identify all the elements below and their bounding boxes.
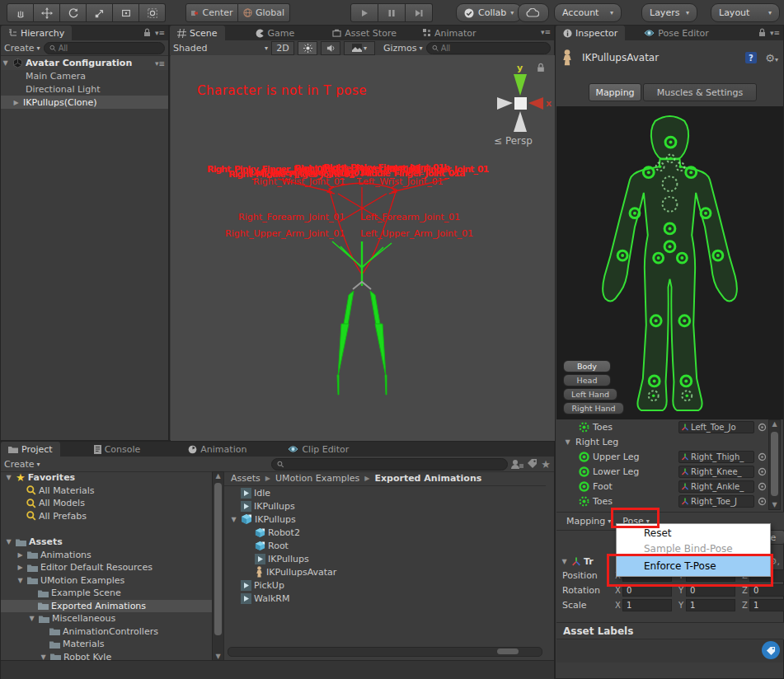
tab-pose-editor[interactable]: Pose Editor <box>636 26 716 40</box>
rect-tool-button[interactable] <box>113 3 139 22</box>
scroll-up-icon[interactable]: ▲ <box>213 472 223 480</box>
project-create-button[interactable]: Create ▾ <box>4 459 40 470</box>
scale-x-field[interactable]: 1 <box>622 599 672 611</box>
foldout-open-icon[interactable]: ▼ <box>1 59 10 67</box>
project-tree-scrollbar[interactable]: ▲ ▼ <box>212 471 224 662</box>
bone-object-field[interactable]: Right_Thigh_ <box>678 451 754 463</box>
tab-animator[interactable]: Animator <box>415 26 484 40</box>
shading-dropdown[interactable]: Shaded ▾ <box>173 43 268 54</box>
tree-miscellaneous[interactable]: ▼ Miscellaneous <box>1 612 212 625</box>
foldout-open-icon[interactable]: ▼ <box>16 577 25 584</box>
bone-row-toes-right[interactable]: Toes Right_Toe_J <box>556 494 767 508</box>
file-ikpullups-model[interactable]: ▼ IKPullups <box>224 513 546 526</box>
audio-toggle[interactable] <box>321 41 340 55</box>
file-root[interactable]: Root <box>224 539 546 552</box>
bone-object-field[interactable]: Right_Knee_ <box>678 466 754 478</box>
rotation-x-field[interactable]: 0 <box>622 584 672 597</box>
orientation-gizmo[interactable]: y x ≤ Persp <box>491 59 552 175</box>
menu-item-reset[interactable]: Reset <box>617 524 770 541</box>
gear-icon[interactable]: ⚙▾ <box>765 52 778 64</box>
rotation-y-field[interactable]: 0 <box>686 584 735 597</box>
tree-example-scene[interactable]: Example Scene <box>1 587 212 600</box>
files-horizontal-scrollbar[interactable] <box>228 647 542 657</box>
bone-row-toes-left[interactable]: Toes Left_Toe_Jo <box>556 419 767 434</box>
menu-item-enforce-t-pose[interactable]: Enforce T-Pose <box>617 556 770 576</box>
asset-labels-header[interactable]: Asset Labels <box>556 622 784 639</box>
pivot-center-button[interactable]: Center <box>185 3 238 22</box>
body-button[interactable]: Body <box>563 360 611 372</box>
foldout-open-icon[interactable]: ▼ <box>4 538 13 546</box>
tab-project[interactable]: Project <box>1 442 60 457</box>
tree-animationcontrollers[interactable]: AnimationControllers <box>1 625 212 639</box>
tree-animations[interactable]: ▶ Animations <box>1 549 212 562</box>
gizmos-dropdown[interactable]: Gizmos ▾ <box>383 43 423 54</box>
tree-all-materials[interactable]: All Materials <box>1 485 212 498</box>
scale-tool-button[interactable] <box>87 3 113 22</box>
tab-muscles-settings[interactable]: Muscles & Settings <box>643 83 757 101</box>
cloud-button[interactable] <box>518 3 549 22</box>
foldout-open-icon[interactable]: ▼ <box>4 474 13 481</box>
hierarchy-item-main-camera[interactable]: Main Camera <box>1 70 168 83</box>
scale-y-field[interactable]: 1 <box>686 599 735 611</box>
lock-icon[interactable] <box>758 28 766 37</box>
hierarchy-search-input[interactable] <box>59 44 159 53</box>
avatar-mapping-diagram[interactable]: Body Head Left Hand Right Hand <box>556 106 783 419</box>
project-search-input[interactable] <box>287 460 502 469</box>
bone-object-field[interactable]: Right_Ankle_ <box>678 480 754 493</box>
object-picker-icon[interactable] <box>758 452 767 461</box>
pivot-global-button[interactable]: Global <box>238 3 290 22</box>
panel-menu-icon[interactable]: ▾≡ <box>541 28 551 36</box>
left-hand-button[interactable]: Left Hand <box>563 388 617 400</box>
bone-list-scrollbar[interactable]: ▲ ▼ <box>768 419 781 510</box>
file-robot2[interactable]: Robot2 <box>224 526 546 539</box>
project-search[interactable] <box>271 458 508 471</box>
layers-dropdown[interactable]: Layers ▾ <box>641 3 697 22</box>
scene-menu-icon[interactable]: ▾≡ <box>155 59 165 68</box>
foldout-open-icon[interactable]: ▼ <box>560 558 569 565</box>
tab-inspector[interactable]: Inspector <box>556 26 625 40</box>
object-picker-icon[interactable] <box>758 467 767 476</box>
tree-robot-kyle[interactable]: ▼ Robot Kyle <box>1 651 212 661</box>
foldout-open-icon[interactable]: ▼ <box>229 516 238 523</box>
hierarchy-create-button[interactable]: Create ▾ <box>4 43 40 54</box>
gizmo-lock-icon[interactable] <box>537 63 545 73</box>
tab-console[interactable]: Console <box>87 442 148 457</box>
tree-favorites[interactable]: ▼ ★ Favorites <box>1 471 212 485</box>
foldout-closed-icon[interactable]: ▶ <box>12 99 21 106</box>
scene-search[interactable] <box>426 42 551 54</box>
scroll-down-icon[interactable]: ▼ <box>769 501 780 509</box>
tree-assets[interactable]: ▼ Assets <box>1 536 212 549</box>
search-by-label-icon[interactable] <box>527 459 538 469</box>
hierarchy-item-directional-light[interactable]: Directional Light <box>1 83 168 96</box>
gizmo-projection[interactable]: ≤ Persp <box>494 135 533 147</box>
bone-foldout-right-leg[interactable]: ▼ Right Leg <box>556 434 767 449</box>
collab-dropdown[interactable]: Collab ▾ <box>456 3 522 22</box>
object-picker-icon[interactable] <box>758 423 767 432</box>
play-button[interactable] <box>350 3 378 22</box>
right-hand-button[interactable]: Right Hand <box>563 402 624 414</box>
lock-icon[interactable] <box>143 28 151 37</box>
hierarchy-item-ikpullups-clone[interactable]: ▶ IKPullups(Clone) <box>1 96 168 109</box>
effects-dropdown[interactable]: ▾ <box>344 41 375 55</box>
foldout-open-icon[interactable]: ▼ <box>27 615 36 622</box>
2d-toggle[interactable]: 2D <box>271 41 294 55</box>
favorite-search-icon[interactable]: ★ <box>541 458 551 471</box>
tab-asset-store[interactable]: Asset Store <box>325 26 404 40</box>
breadcrumb-umotion-examples[interactable]: UMotion Examples <box>275 473 359 484</box>
bone-row-upper-leg[interactable]: Upper Leg Right_Thigh_ <box>556 449 767 464</box>
head-button[interactable]: Head <box>563 374 611 386</box>
search-by-type-icon[interactable] <box>511 459 523 469</box>
file-ikpullups-child-clip[interactable]: IKPullups <box>224 552 546 565</box>
scrollbar-thumb[interactable] <box>214 483 222 635</box>
scene-header-row[interactable]: ▼ Avatar Configuration ▾≡ <box>1 56 168 70</box>
object-picker-icon[interactable] <box>758 497 767 506</box>
tab-clip-editor[interactable]: Clip Editor <box>280 442 356 457</box>
tab-animation[interactable]: Animation <box>181 442 254 457</box>
mapping-menu-button[interactable]: Mapping▾ <box>566 516 611 527</box>
tab-game[interactable]: Game <box>248 26 303 40</box>
tree-exported-animations[interactable]: Exported Animations <box>1 600 212 613</box>
tree-editor-default-resources[interactable]: ▶ Editor Default Resources <box>1 561 212 574</box>
foldout-open-icon[interactable]: ▼ <box>563 438 572 446</box>
label-tag-button[interactable] <box>762 641 780 659</box>
scrollbar-thumb[interactable] <box>497 649 519 654</box>
